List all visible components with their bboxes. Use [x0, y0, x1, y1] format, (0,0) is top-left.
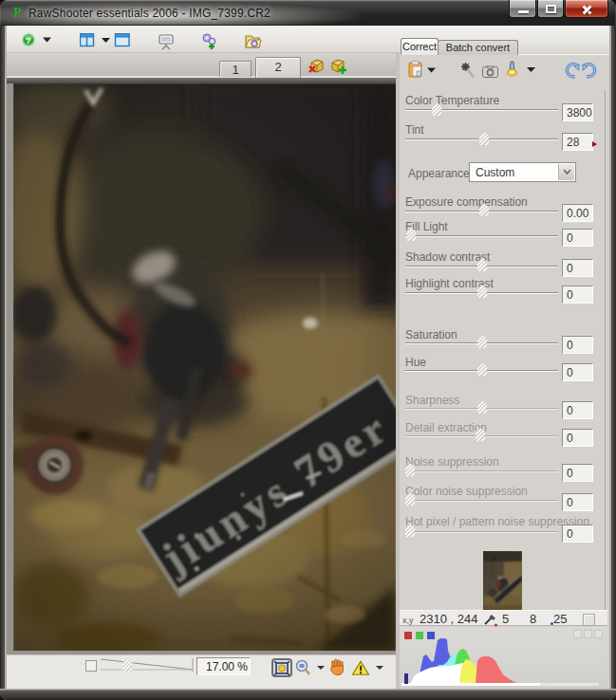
svg-text:?: ? [26, 36, 31, 46]
